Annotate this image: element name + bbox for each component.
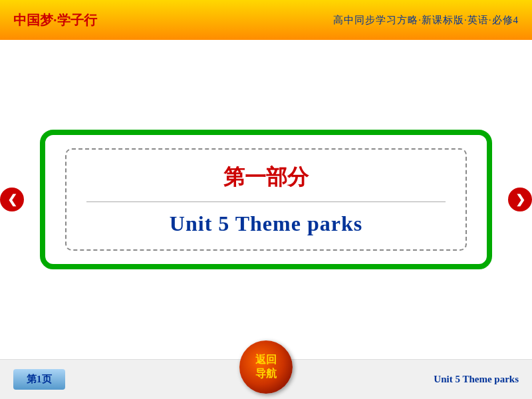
left-arrow-icon: ❮ — [7, 192, 17, 207]
divider — [86, 201, 446, 202]
right-arrow-icon: ❯ — [515, 192, 525, 207]
content-card-inner: 第一部分 Unit 5 Theme parks — [65, 148, 467, 251]
top-bar: 中国梦·学子行 高中同步学习方略·新课标版·英语·必修4 — [0, 0, 532, 40]
subtitle-text: 高中同步学习方略·新课标版·英语·必修4 — [333, 14, 519, 27]
main-area: ❮ 第一部分 Unit 5 Theme parks ❯ — [0, 40, 532, 359]
bottom-right-label: Unit 5 Theme parks — [434, 374, 519, 385]
page-indicator: 第1页 — [13, 369, 65, 390]
section-title: 第一部分 — [223, 163, 309, 192]
brand-title: 中国梦·学子行 — [13, 11, 97, 29]
prev-button[interactable]: ❮ — [0, 188, 24, 211]
unit-title: Unit 5 Theme parks — [170, 211, 362, 236]
home-button[interactable]: 返回导航 — [239, 340, 293, 394]
bottom-bar: 第1页 返回导航 Unit 5 Theme parks — [0, 359, 532, 399]
next-button[interactable]: ❯ — [508, 188, 532, 211]
content-card: 第一部分 Unit 5 Theme parks — [40, 130, 492, 269]
